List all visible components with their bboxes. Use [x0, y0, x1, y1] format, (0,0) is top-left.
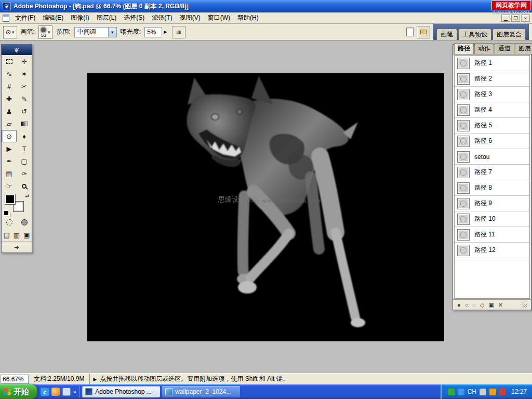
menu-edit[interactable]: 编辑(E) — [39, 12, 67, 24]
menu-view[interactable]: 视图(V) — [176, 12, 204, 24]
toggle-palette-icon[interactable] — [406, 28, 414, 36]
tray-icon[interactable] — [499, 389, 506, 395]
type-tool[interactable]: T — [17, 142, 32, 155]
path-item[interactable]: 路径 8 — [455, 180, 529, 196]
zoom-level-input[interactable]: 66.67% — [1, 375, 29, 384]
lasso-tool[interactable]: ∿ — [2, 68, 17, 80]
exposure-field[interactable]: 5% ▶ — [144, 27, 168, 37]
tab-actions[interactable]: 动作 — [474, 43, 494, 54]
file-browser-button[interactable] — [417, 26, 430, 38]
tool-preset-picker[interactable]: ⊙ ▾ — [3, 26, 17, 38]
tray-icon[interactable] — [448, 389, 455, 395]
notes-tool[interactable]: ▤ — [2, 167, 17, 180]
browser-icon[interactable] — [51, 388, 60, 396]
menu-filter[interactable]: 滤镜(T) — [148, 12, 176, 24]
language-indicator[interactable]: CH — [468, 388, 476, 395]
tab-layers[interactable]: 图层 — [515, 43, 532, 54]
pen-icon: ✒ — [6, 157, 12, 165]
path-item[interactable]: 路径 7 — [455, 165, 529, 180]
task-wallpaper[interactable]: wallpaper_2_1024... — [162, 386, 240, 397]
start-button[interactable]: 开始 — [0, 384, 37, 399]
path-item[interactable]: 路径 1 — [455, 56, 529, 71]
path-selection-tool[interactable]: ▶ — [2, 142, 17, 155]
gradient-tool[interactable] — [17, 117, 32, 130]
quick-mask-mode-button[interactable] — [17, 216, 32, 229]
range-select[interactable]: 中间调 ▾ — [74, 27, 117, 37]
brush-tool[interactable]: ✎ — [17, 92, 32, 105]
history-brush-tool[interactable]: ↺ — [17, 105, 32, 117]
default-colors-button[interactable] — [4, 211, 8, 215]
load-selection-button[interactable]: ◌ — [472, 300, 476, 310]
foreground-color-swatch[interactable] — [5, 194, 15, 204]
jump-to-imageready-button[interactable]: ➔ — [2, 241, 32, 252]
fullscreen-menubar-button[interactable]: ▥ — [11, 229, 21, 241]
eyedropper-tool[interactable]: ✑ — [17, 167, 32, 180]
airbrush-toggle-button[interactable]: ≋ — [172, 26, 185, 38]
slider-popup-arrow-icon[interactable]: ▶ — [162, 30, 168, 34]
internet-explorer-icon[interactable]: e — [41, 388, 49, 396]
pen-tool[interactable]: ✒ — [2, 155, 17, 167]
brush-picker[interactable]: 53 ▾ — [38, 25, 53, 39]
zoom-tool[interactable] — [17, 180, 32, 192]
menu-window[interactable]: 窗口(W) — [204, 12, 234, 24]
well-tab-layer-comps[interactable]: 图层复合 — [493, 29, 526, 40]
path-item[interactable]: 路径 9 — [455, 196, 529, 211]
eraser-tool[interactable]: ▱ — [2, 117, 17, 130]
path-item[interactable]: 路径 10 — [455, 211, 529, 227]
show-desktop-icon[interactable] — [62, 388, 71, 396]
resize-grip[interactable] — [522, 302, 527, 308]
blur-tool[interactable]: ♦ — [17, 130, 32, 142]
standard-mode-button[interactable] — [2, 216, 17, 229]
tab-paths[interactable]: 路径 — [454, 43, 474, 54]
fill-path-button[interactable]: ● — [457, 300, 461, 310]
path-item[interactable]: 路径 3 — [455, 87, 529, 102]
slice-tool[interactable]: ✂ — [17, 80, 32, 92]
tray-icon[interactable] — [458, 389, 464, 395]
healing-brush-tool[interactable]: ✚ — [2, 92, 17, 105]
menu-file[interactable]: 文件(F) — [11, 12, 39, 24]
stroke-path-button[interactable]: ○ — [465, 300, 469, 310]
path-item[interactable]: 路径 12 — [455, 243, 529, 258]
path-item[interactable]: 路径 2 — [455, 71, 529, 87]
path-item[interactable]: 路径 6 — [455, 134, 529, 149]
path-item[interactable]: 路径 4 — [455, 102, 529, 118]
document-size-info[interactable]: 文档:2.25M/10.9M — [29, 374, 90, 384]
standard-screen-button[interactable]: ▤ — [2, 229, 11, 241]
magic-wand-tool[interactable]: ✶ — [17, 68, 32, 80]
crop-tool[interactable]: # — [2, 80, 17, 92]
path-item[interactable]: 路径 5 — [455, 118, 529, 134]
shape-icon: ▢ — [21, 157, 27, 165]
clock[interactable]: 12:27 — [509, 388, 527, 395]
menu-select[interactable]: 选择(S) — [120, 12, 148, 24]
quick-launch-overflow[interactable]: » — [73, 389, 76, 395]
swap-colors-button[interactable]: ⇄ — [25, 193, 29, 198]
hand-tool[interactable]: ☞ — [2, 180, 17, 192]
well-tab-brushes[interactable]: 画笔 — [436, 29, 457, 40]
tray-icon[interactable] — [489, 389, 496, 395]
clone-stamp-tool[interactable]: ♟ — [2, 105, 17, 117]
title-bar[interactable]: ❦ Adobe Photoshop - [狗.psd @ 66.7% (图层 0… — [0, 0, 532, 12]
shape-tool[interactable]: ▢ — [17, 155, 32, 167]
document-canvas[interactable]: 思缘设计论坛 WWW.MISSYUAN.COM — [87, 73, 444, 341]
task-photoshop[interactable]: Adobe Photoshop ... — [82, 386, 160, 397]
tab-channels[interactable]: 通道 — [495, 43, 514, 54]
doc-restore-button[interactable]: ❐ — [511, 15, 520, 22]
new-path-button[interactable]: ▣ — [488, 300, 494, 310]
marquee-tool[interactable] — [2, 55, 17, 68]
menu-image[interactable]: 图像(I) — [67, 12, 92, 24]
doc-close-button[interactable]: × — [521, 15, 530, 22]
menu-layer[interactable]: 图层(L) — [93, 12, 121, 24]
status-popup-arrow-icon[interactable]: ▶ — [90, 377, 100, 382]
dodge-tool[interactable]: ⊙ — [2, 130, 17, 142]
well-tab-tool-presets[interactable]: 工具预设 — [458, 29, 491, 40]
path-item[interactable]: setou — [455, 149, 529, 165]
make-work-path-button[interactable]: ◇ — [480, 300, 484, 310]
path-item[interactable]: 路径 11 — [455, 227, 529, 243]
tray-icon[interactable] — [480, 389, 486, 395]
doc-minimize-button[interactable]: ▁ — [501, 15, 510, 22]
toolbox-grip[interactable]: ❦ — [2, 45, 32, 55]
menu-help[interactable]: 帮助(H) — [234, 12, 262, 24]
move-tool[interactable]: ✛ — [17, 55, 32, 68]
delete-path-button[interactable]: ✕ — [498, 300, 503, 310]
fullscreen-button[interactable]: ▣ — [22, 229, 32, 241]
